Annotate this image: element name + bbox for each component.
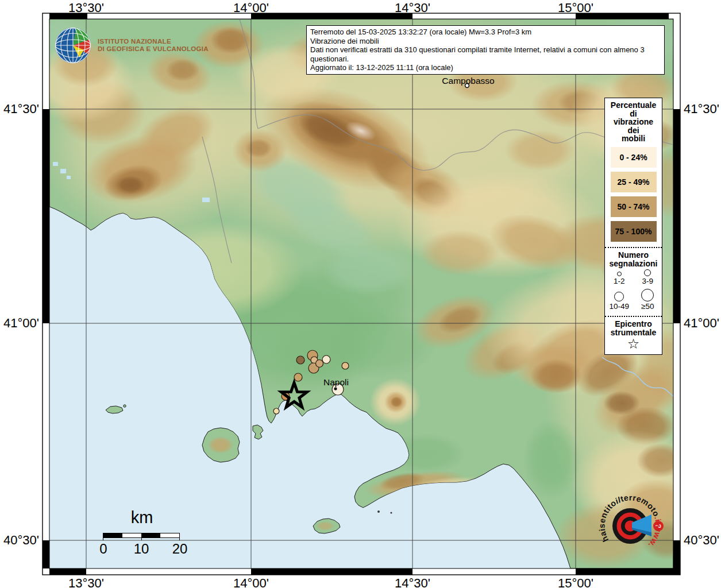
map-area: ? haisentitoilterremoto.itwww.: [26, 9, 704, 568]
scale-number-20: 20: [172, 541, 188, 557]
legend-shaking-title: Percentuale di vibrazione dei mobili: [605, 98, 662, 143]
scale-tick: [179, 533, 180, 540]
felt-earthquake-map-page: { "title_box": { "lines": [ "Terremoto d…: [0, 0, 721, 588]
lon-label-top-1500: 15°00': [558, 1, 593, 16]
scale-tick: [103, 533, 103, 540]
lon-label-top-1430: 14°30': [395, 1, 430, 16]
size-1-2: 1-2: [605, 269, 634, 285]
ingv-name: ISTITUTO NAZIONALE DI GEOFISICA E VULCAN…: [98, 38, 209, 53]
legend-report-sizes: 1-2 3-9 10-49 ≥50: [605, 269, 662, 311]
legend-epicenter-title: Epicentro strumentale: [605, 317, 662, 336]
size-50plus-circle-icon: [641, 289, 654, 301]
scale-tick: [141, 533, 142, 540]
size-3-9: 3-9: [634, 269, 662, 285]
felt-report-point: [273, 408, 279, 414]
epicenter-star-icon: ☆: [605, 336, 662, 351]
islet-li-galli: [390, 512, 392, 513]
event-title: Terremoto del 15-03-2025 13:32:27 (ora l…: [310, 28, 661, 37]
ingv-name-line2: DI GEOFISICA E VULCANOLOGIA: [98, 45, 209, 53]
legend-class-25-49: 25 - 49%: [611, 172, 657, 192]
lat-label-right-4030: 40°30': [684, 533, 719, 548]
lat-label-left-4130: 41°30': [0, 102, 39, 117]
scale-bar: 0 10 20 km: [103, 533, 180, 538]
event-updated: Aggiornato il: 13-12-2025 11:11 (ora loc…: [310, 63, 661, 72]
scale-unit: km: [131, 508, 153, 527]
scale-segment: [103, 533, 122, 537]
scale-segment: [122, 533, 141, 537]
scale-number-0: 0: [99, 541, 107, 557]
ingv-globe-icon: [54, 26, 92, 64]
lon-label-bottom-1430: 14°30': [395, 576, 430, 588]
event-info-box: Terremoto del 15-03-2025 13:32:27 (ora l…: [306, 25, 665, 75]
felt-report-point: [342, 362, 349, 369]
event-disclaimer: Dati non verificati estratti da 310 ques…: [310, 45, 661, 63]
legend-class-75-100: 75 - 100%: [611, 221, 657, 242]
lat-label-right-4130: 41°30': [684, 102, 719, 117]
legend-class-0-24: 0 - 24%: [611, 147, 657, 168]
city-label-napoli: Napoli: [323, 377, 349, 388]
size-3-9-circle-icon: [644, 269, 651, 276]
felt-report-point: [322, 355, 330, 363]
legend: Percentuale di vibrazione dei mobili 0 -…: [604, 98, 662, 355]
lon-label-bottom-1400: 14°00': [233, 576, 269, 588]
ingv-name-line1: ISTITUTO NAZIONALE: [98, 38, 209, 46]
size-1-2-circle-icon: [617, 272, 622, 276]
lon-label-top-1330: 13°30': [68, 1, 104, 16]
city-label-campobasso: Campobasso: [442, 76, 494, 86]
legend-class-50-74: 50 - 74%: [611, 196, 657, 217]
scale-segment: [160, 533, 179, 537]
islet: [124, 405, 126, 407]
size-50plus: ≥50: [634, 285, 662, 311]
ingv-branding: ISTITUTO NAZIONALE DI GEOFISICA E VULCAN…: [54, 26, 209, 64]
lon-label-top-1400: 14°00': [233, 1, 269, 16]
event-question: Vibrazione dei mobili: [310, 37, 661, 46]
lat-label-left-4030: 40°30': [0, 533, 39, 548]
felt-report-point: [294, 373, 302, 381]
island-procida: [253, 425, 263, 439]
legend-reports-title: Numero segnalazioni: [605, 248, 662, 268]
lat-label-right-4100: 41°00': [684, 316, 719, 331]
lat-label-left-4100: 41°00': [0, 316, 39, 331]
size-10-49-circle-icon: [614, 292, 624, 301]
scale-number-10: 10: [134, 541, 149, 557]
felt-report-point: [316, 360, 323, 368]
napoli-marker: [334, 387, 337, 390]
lon-label-bottom-1330: 13°30': [68, 576, 104, 588]
felt-report-point: [296, 356, 304, 364]
size-10-49: 10-49: [605, 285, 634, 311]
lon-label-bottom-1500: 15°00': [558, 576, 593, 588]
islet-li-galli: [377, 510, 380, 513]
scale-segment: [141, 533, 160, 537]
